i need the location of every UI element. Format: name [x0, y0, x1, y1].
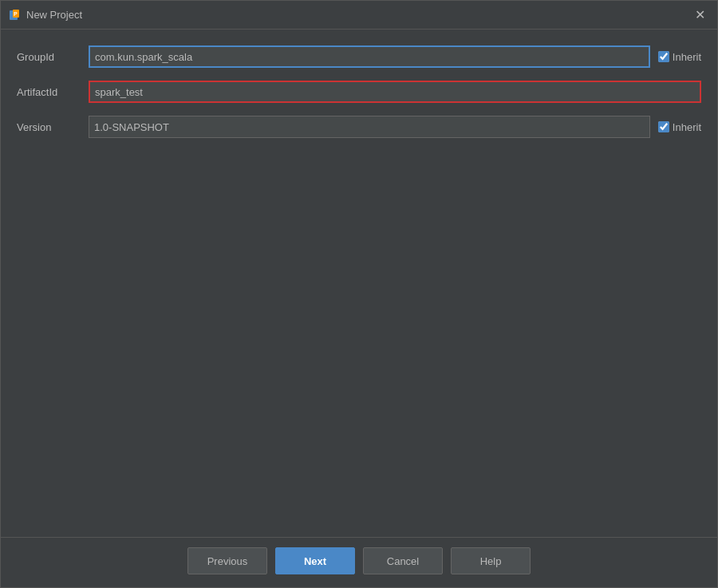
artifactid-input[interactable]: [89, 81, 701, 103]
version-input[interactable]: [89, 116, 650, 138]
groupid-inherit-container: Inherit: [658, 51, 701, 63]
version-inherit-label: Inherit: [673, 121, 701, 133]
dialog-title: New Project: [26, 9, 82, 21]
artifactid-row: ArtifactId: [17, 81, 701, 103]
groupid-row: GroupId Inherit: [17, 45, 701, 68]
new-project-dialog: P New Project ✕ GroupId Inherit Artifact…: [0, 0, 718, 588]
next-button[interactable]: Next: [275, 547, 355, 574]
groupid-label: GroupId: [17, 51, 89, 63]
content-area: GroupId Inherit ArtifactId Version Inher…: [1, 30, 717, 537]
svg-text:P: P: [14, 11, 18, 17]
button-bar: Previous Next Cancel Help: [1, 537, 717, 587]
version-inherit-checkbox[interactable]: [658, 121, 669, 132]
previous-button[interactable]: Previous: [187, 547, 267, 574]
new-project-icon: P: [9, 9, 22, 22]
version-row: Version Inherit: [17, 116, 701, 138]
groupid-input[interactable]: [89, 45, 650, 68]
close-button[interactable]: ✕: [690, 6, 709, 25]
groupid-inherit-checkbox[interactable]: [658, 51, 669, 62]
title-bar: P New Project ✕: [1, 1, 717, 30]
cancel-button[interactable]: Cancel: [363, 547, 443, 574]
version-inherit-container: Inherit: [658, 121, 701, 133]
title-bar-left: P New Project: [9, 9, 82, 22]
groupid-inherit-label: Inherit: [673, 51, 701, 63]
help-button[interactable]: Help: [451, 547, 531, 574]
artifactid-label: ArtifactId: [17, 86, 89, 98]
version-label: Version: [17, 121, 89, 133]
